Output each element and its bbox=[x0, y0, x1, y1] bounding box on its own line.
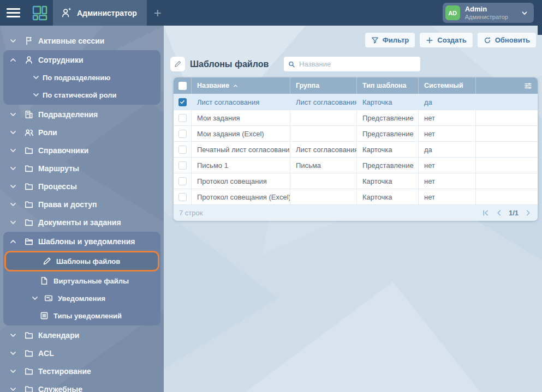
cell-group bbox=[290, 126, 356, 141]
sidebar-item-directories[interactable]: Справочники bbox=[0, 141, 164, 159]
table-footer: 7 строк 1/1 bbox=[174, 204, 538, 221]
table-row[interactable]: Печатный лист согласования Лист согласов… bbox=[174, 141, 538, 157]
sidebar-item-calendars[interactable]: Календари bbox=[0, 326, 164, 344]
next-page-icon[interactable] bbox=[524, 209, 532, 217]
row-checkbox[interactable] bbox=[178, 130, 187, 138]
create-button[interactable]: Создать bbox=[420, 33, 472, 47]
cell-name: Мои задания (Excel) bbox=[191, 126, 290, 141]
topbar: Администратор + AD Admin Администратор bbox=[0, 0, 542, 26]
folder-icon bbox=[24, 200, 34, 209]
prev-page-icon[interactable] bbox=[495, 209, 503, 217]
sidebar-group-employees: Сотрудники По подразделению По статическ… bbox=[3, 50, 160, 105]
sidebar-item-acl[interactable]: ACL bbox=[0, 344, 164, 362]
sidebar-item-employees[interactable]: Сотрудники bbox=[3, 51, 160, 69]
cell-type: Карточка bbox=[356, 189, 418, 204]
chevron-down-icon bbox=[31, 294, 39, 303]
sidebar-item-notification-types[interactable]: Типы уведомлений bbox=[3, 307, 160, 324]
cell-name: Протокол совещания (Excel) bbox=[191, 189, 290, 204]
folder-icon bbox=[24, 164, 34, 173]
tab-administrator[interactable]: Администратор bbox=[53, 0, 147, 26]
search-input[interactable] bbox=[299, 60, 416, 68]
sidebar-item-service[interactable]: Служебные bbox=[0, 380, 164, 392]
cell-system: нет bbox=[418, 110, 475, 125]
search-icon bbox=[288, 61, 295, 68]
first-page-icon[interactable] bbox=[481, 209, 490, 217]
menu-icon[interactable] bbox=[0, 0, 26, 26]
sidebar: Активные сессии Сотрудники По подразделе… bbox=[0, 26, 164, 392]
sidebar-item-templates-notifications[interactable]: Шаблоны и уведомления bbox=[3, 233, 160, 250]
cell-actions bbox=[475, 110, 538, 125]
row-checkbox[interactable] bbox=[178, 193, 187, 201]
cell-system: нет bbox=[418, 189, 475, 204]
user-menu[interactable]: AD Admin Администратор bbox=[443, 3, 534, 23]
sidebar-item-testing[interactable]: Тестирование bbox=[0, 362, 164, 380]
app-logo-icon[interactable] bbox=[26, 0, 53, 26]
cell-group: Лист согласования bbox=[290, 142, 356, 157]
sidebar-item-by-department[interactable]: По подразделению bbox=[3, 69, 160, 86]
scrollbar-thumb[interactable] bbox=[538, 26, 542, 35]
sidebar-item-roles[interactable]: Роли bbox=[0, 123, 164, 141]
cell-group: Письма bbox=[290, 158, 356, 173]
cell-actions bbox=[475, 158, 538, 173]
column-header-system[interactable]: Системный bbox=[418, 77, 475, 94]
user-star-icon bbox=[61, 7, 72, 19]
cell-actions bbox=[475, 126, 538, 141]
sidebar-item-virtual-files[interactable]: Виртуальные файлы bbox=[3, 272, 160, 290]
table-row[interactable]: Протокол совещания (Excel) Карточка нет bbox=[174, 189, 538, 204]
filter-button[interactable]: Фильтр bbox=[365, 33, 415, 47]
filter-icon bbox=[371, 37, 379, 44]
column-header-name[interactable]: Название bbox=[191, 77, 290, 94]
chevron-down-icon bbox=[9, 367, 17, 376]
table-row[interactable]: Письмо 1 Письма Представление нет bbox=[174, 157, 538, 173]
cell-type: Представление bbox=[356, 126, 418, 141]
table-row[interactable]: Мои задания (Excel) Представление нет bbox=[174, 125, 538, 141]
sidebar-item-routes[interactable]: Маршруты bbox=[0, 159, 164, 177]
refresh-button[interactable]: Обновить bbox=[478, 33, 536, 47]
table-row[interactable]: Лист согласования Лист согласования Карт… bbox=[174, 94, 538, 110]
row-checkbox[interactable] bbox=[178, 146, 187, 154]
sidebar-item-by-static-role[interactable]: По статической роли bbox=[3, 86, 160, 104]
templates-table: Название Группа Тип шаблона Системный Ли… bbox=[174, 77, 538, 221]
folder-icon bbox=[24, 218, 34, 227]
pagination: 1/1 bbox=[481, 209, 532, 217]
sidebar-item-departments[interactable]: Подразделения bbox=[0, 105, 164, 123]
new-tab-button[interactable]: + bbox=[147, 0, 169, 26]
cell-type: Карточка bbox=[356, 94, 418, 110]
cell-type: Представление bbox=[356, 110, 418, 125]
chevron-down-icon bbox=[9, 182, 17, 191]
row-checkbox[interactable] bbox=[178, 114, 187, 122]
chevron-down-icon bbox=[9, 110, 17, 119]
main-content: Фильтр Создать Обновить Шаблоны файлов bbox=[164, 26, 542, 392]
cell-name: Мои задания bbox=[191, 110, 290, 125]
column-header-type[interactable]: Тип шаблона bbox=[356, 77, 418, 94]
column-settings-button[interactable] bbox=[475, 77, 538, 94]
sidebar-item-processes[interactable]: Процессы bbox=[0, 177, 164, 195]
row-checkbox[interactable] bbox=[178, 177, 187, 185]
table-row[interactable]: Мои задания Представление нет bbox=[174, 110, 538, 125]
sidebar-item-documents-tasks[interactable]: Документы и задания bbox=[0, 213, 164, 231]
table-row[interactable]: Протокол совещания Карточка нет bbox=[174, 173, 538, 189]
sidebar-item-file-templates[interactable]: Шаблоны файлов bbox=[4, 251, 159, 272]
folder-icon bbox=[24, 348, 34, 358]
cell-actions bbox=[475, 189, 538, 204]
cell-actions bbox=[475, 173, 538, 189]
sidebar-item-rights-access[interactable]: Права и доступ bbox=[0, 195, 164, 213]
refresh-icon bbox=[484, 37, 491, 44]
chevron-down-icon bbox=[9, 218, 17, 227]
building-icon bbox=[24, 110, 34, 119]
row-checkbox[interactable] bbox=[178, 161, 187, 170]
person-icon bbox=[24, 55, 34, 65]
search-box[interactable] bbox=[284, 57, 420, 71]
chevron-down-icon bbox=[9, 128, 17, 137]
chevron-down-icon bbox=[521, 9, 528, 17]
sidebar-item-notifications[interactable]: Уведомления bbox=[3, 290, 160, 307]
folder-icon bbox=[24, 146, 34, 155]
sidebar-item-active-sessions[interactable]: Активные сессии bbox=[0, 32, 164, 50]
select-all-checkbox[interactable] bbox=[178, 82, 187, 90]
column-header-group[interactable]: Группа bbox=[290, 77, 356, 94]
row-checkbox[interactable] bbox=[178, 98, 187, 106]
page-title: Шаблоны файлов bbox=[190, 59, 269, 69]
page-indicator: 1/1 bbox=[509, 209, 519, 217]
pencil-icon bbox=[42, 256, 52, 266]
mail-icon bbox=[44, 293, 53, 303]
